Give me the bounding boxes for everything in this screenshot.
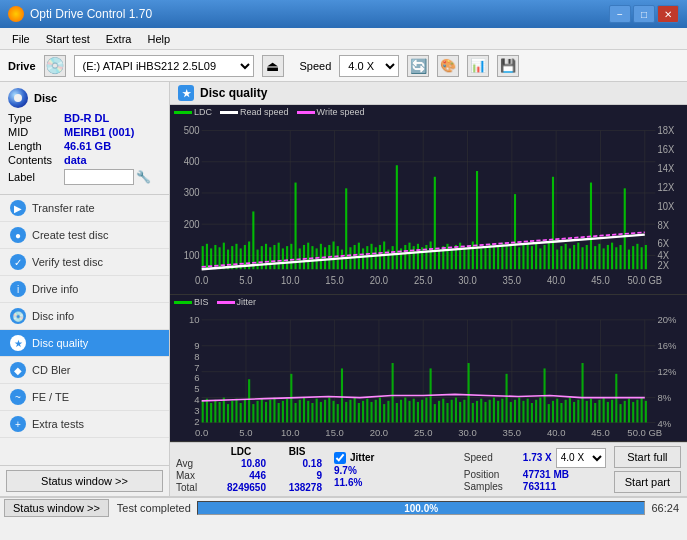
save-icon[interactable]: 💾 [497,55,519,77]
top-chart-panel: LDC Read speed Write speed [170,105,687,295]
nav-cd-bler[interactable]: ◆ CD Bler [0,357,169,384]
left-panel: Disc Type BD-R DL MID MEIRB1 (001) Lengt… [0,82,170,496]
close-button[interactable]: ✕ [657,5,679,23]
nav-verify-test-disc[interactable]: ✓ Verify test disc [0,249,169,276]
start-full-button[interactable]: Start full [614,446,681,468]
progress-text: 100.0% [198,502,645,515]
svg-rect-78 [408,243,410,270]
svg-rect-253 [531,403,533,422]
right-panel: ★ Disc quality LDC Read speed Write spee… [170,82,687,496]
nav-create-test-disc[interactable]: ● Create test disc [0,222,169,249]
menu-file[interactable]: File [4,31,38,47]
dq-title: Disc quality [200,86,267,100]
label-edit-icon[interactable]: 🔧 [134,168,152,186]
refresh-icon[interactable]: 🔄 [407,55,429,77]
status-window-button[interactable]: Status window >> [6,470,163,492]
nav-verify-test-label: Verify test disc [32,256,103,268]
svg-rect-220 [392,363,394,422]
mid-value: MEIRB1 (001) [64,126,134,138]
svg-text:40.0: 40.0 [547,428,565,439]
svg-rect-210 [349,400,351,423]
jitter-checkbox[interactable] [334,452,346,464]
svg-rect-48 [282,248,284,269]
svg-text:20.0: 20.0 [370,275,389,286]
speed-select[interactable]: 4.0 X 8.0 X [339,55,399,77]
ldc-header: LDC [216,446,266,457]
nav-cd-bler-label: CD Bler [32,364,71,376]
svg-text:10: 10 [189,314,200,325]
minimize-button[interactable]: − [609,5,631,23]
contents-label: Contents [8,154,64,166]
jitter-header: Jitter [350,452,374,463]
charts-panels: LDC Read speed Write speed [170,105,687,442]
svg-rect-107 [531,246,533,269]
status-window-button[interactable]: Status window >> [4,499,109,517]
svg-rect-241 [480,399,482,423]
samples-label: Samples [464,481,519,492]
svg-text:9: 9 [194,340,199,351]
svg-rect-85 [438,250,440,270]
bis-header: BIS [272,446,322,457]
svg-rect-230 [434,404,436,422]
svg-text:3: 3 [194,405,199,416]
svg-rect-280 [645,401,647,423]
nav-extra-tests[interactable]: + Extra tests [0,411,169,438]
svg-rect-232 [442,399,444,423]
position-label: Position [464,469,519,480]
svg-rect-275 [624,401,626,423]
svg-rect-201 [311,403,313,422]
svg-text:100: 100 [184,249,200,260]
svg-text:10.0: 10.0 [281,275,300,286]
action-buttons: Start full Start part [614,446,681,493]
svg-text:45.0: 45.0 [591,275,610,286]
nav-transfer-rate[interactable]: ▶ Transfer rate [0,195,169,222]
svg-rect-119 [581,247,583,269]
nav-fe-te[interactable]: ~ FE / TE [0,384,169,411]
length-value: 46.61 GB [64,140,111,152]
svg-rect-215 [370,402,372,423]
svg-text:8: 8 [194,351,199,362]
maximize-button[interactable]: □ [633,5,655,23]
svg-rect-120 [586,245,588,269]
svg-rect-237 [463,400,465,423]
bis-avg: 0.18 [272,458,322,469]
svg-text:10.0: 10.0 [281,428,299,439]
svg-rect-74 [392,246,394,269]
svg-text:15.0: 15.0 [325,428,343,439]
svg-text:40.0: 40.0 [547,275,566,286]
drive-browse-icon[interactable]: 💿 [44,55,66,77]
svg-rect-121 [590,183,592,270]
disc-quality-icon: ★ [10,335,26,351]
svg-rect-130 [628,250,630,270]
ldc-stats: LDC BIS Avg 10.80 0.18 Max 446 9 Total 8… [176,446,322,493]
svg-rect-225 [413,399,415,423]
svg-rect-186 [248,380,250,423]
menu-start-test[interactable]: Start test [38,31,98,47]
svg-rect-81 [421,247,423,269]
drive-select[interactable]: (E:) ATAPI iHBS212 2.5L09 [74,55,254,77]
start-part-button[interactable]: Start part [614,471,681,493]
svg-rect-264 [577,400,579,423]
nav-disc-quality[interactable]: ★ Disc quality [0,330,169,357]
svg-rect-267 [590,399,592,423]
speed-stat-select[interactable]: 4.0 X [556,448,606,468]
nav-drive-info[interactable]: i Drive info [0,276,169,303]
disc-info-panel: Disc Type BD-R DL MID MEIRB1 (001) Lengt… [0,82,169,195]
disc-info-icon: 💿 [10,308,26,324]
svg-rect-211 [354,398,356,423]
nav-disc-info[interactable]: 💿 Disc info [0,303,169,330]
svg-text:7: 7 [194,362,199,373]
svg-rect-190 [265,402,267,423]
menu-bar: File Start test Extra Help [0,28,687,50]
svg-rect-189 [261,399,263,423]
settings-icon[interactable]: 🎨 [437,55,459,77]
menu-extra[interactable]: Extra [98,31,140,47]
disc-label-input[interactable] [64,169,134,185]
svg-rect-238 [468,363,470,422]
eject-icon[interactable]: ⏏ [262,55,284,77]
menu-help[interactable]: Help [139,31,178,47]
disc-label-label: Label [8,171,64,183]
svg-rect-118 [577,243,579,270]
svg-rect-228 [425,398,427,423]
info-icon[interactable]: 📊 [467,55,489,77]
